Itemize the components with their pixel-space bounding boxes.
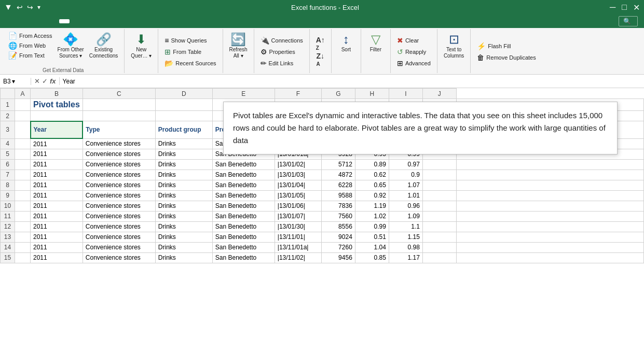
cell[interactable]: 7836 [321,201,355,211]
btn-from-web[interactable]: 🌐 From Web [6,41,54,50]
row-header[interactable]: 12 [1,221,15,232]
btn-remove-duplicates[interactable]: 🗑 Remove Duplicates [475,53,538,62]
cell[interactable]: Drinks [155,252,212,263]
insert-function-icon[interactable]: fx [50,77,56,85]
cell[interactable]: 0.97 [389,159,422,170]
col-header-b[interactable]: B [31,89,83,99]
cell[interactable] [422,170,456,180]
cell[interactable] [422,232,456,242]
cell[interactable] [15,138,31,149]
cell[interactable]: 0.9 [389,170,422,180]
cell[interactable]: 1.02 [355,211,389,221]
row-header[interactable]: 6 [1,159,15,170]
cell[interactable]: |13/01/03| [275,170,321,180]
cell[interactable] [456,221,643,232]
cell[interactable] [456,232,643,242]
btn-from-text[interactable]: 📝 From Text [6,51,54,60]
undo-icon[interactable]: ↩ [17,3,23,11]
col-header-f[interactable]: F [275,89,321,99]
cell[interactable]: Drinks [155,159,212,170]
cell[interactable]: 9024 [321,232,355,242]
cell[interactable]: 2011 [31,201,83,211]
cell[interactable]: Convenience stores [83,242,155,252]
btn-filter[interactable]: ▽ Filter [365,31,386,54]
cell[interactable]: |13/01/05| [275,190,321,201]
cell[interactable] [456,252,643,263]
cell[interactable]: 9456 [321,252,355,263]
cell[interactable] [422,221,456,232]
col-header-a[interactable]: A [15,89,31,99]
cell[interactable]: 2011 [31,242,83,252]
cell[interactable]: Convenience stores [83,180,155,190]
cell[interactable] [15,159,31,170]
cell[interactable]: 6228 [321,180,355,190]
menu-review[interactable] [71,19,81,23]
row-header[interactable]: 1 [1,99,15,111]
cell[interactable]: 2011 [31,252,83,263]
cell[interactable]: Product group [155,121,212,139]
btn-existing-connections[interactable]: 🔗 ExistingConnections [87,31,120,60]
cell[interactable]: 5712 [321,159,355,170]
cell[interactable]: Drinks [155,221,212,232]
redo-icon[interactable]: ↪ [27,3,33,11]
cell[interactable]: Convenience stores [83,190,155,201]
quick-access-toolbar[interactable]: ▼ ↩ ↪ ▾ [4,3,40,12]
cell[interactable]: San Benedetto [212,242,275,252]
cell[interactable]: San Benedetto [212,170,275,180]
cancel-formula-icon[interactable]: ✕ [34,77,40,85]
btn-from-table[interactable]: ⊞ From Table [162,47,203,57]
cell[interactable]: Pivot tables [31,99,83,111]
cell[interactable]: San Benedetto [212,190,275,201]
cell[interactable]: 2011 [31,190,83,201]
cell[interactable] [15,170,31,180]
cell[interactable]: 0.96 [389,201,422,211]
row-header[interactable]: 15 [1,252,15,263]
cell[interactable]: Convenience stores [83,149,155,159]
cell[interactable] [15,121,31,139]
cell[interactable]: 2011 [31,149,83,159]
cell[interactable]: 2011 [31,211,83,221]
cell[interactable] [456,242,643,252]
cell[interactable]: 0.51 [355,232,389,242]
cell[interactable] [15,211,31,221]
cell[interactable] [155,99,212,111]
col-header-g[interactable]: G [321,89,355,99]
close-icon[interactable]: ✕ [633,3,640,12]
cell[interactable] [422,190,456,201]
cell[interactable] [456,180,643,190]
cell[interactable] [456,170,643,180]
cell[interactable] [15,232,31,242]
cell[interactable]: 7560 [321,211,355,221]
cell[interactable]: 2011 [31,159,83,170]
cell[interactable] [15,201,31,211]
cell[interactable]: 1.07 [389,180,422,190]
cell[interactable]: Drinks [155,138,212,149]
btn-edit-links[interactable]: ✏ Edit Links [258,59,296,68]
cell[interactable]: Drinks [155,232,212,242]
menu-file[interactable] [2,19,12,23]
cell[interactable]: 2011 [31,221,83,232]
cell[interactable]: Drinks [155,149,212,159]
menu-developer[interactable] [93,19,104,23]
cell[interactable]: Convenience stores [83,138,155,149]
cell[interactable] [83,99,155,111]
cell[interactable]: Convenience stores [83,211,155,221]
btn-from-access[interactable]: 📄 From Access [6,31,54,40]
btn-text-to-columns[interactable]: ⊡ Text toColumns [442,31,466,60]
cell[interactable]: 2011 [31,232,83,242]
cell[interactable]: 0.98 [389,242,422,252]
cell-ref-dropdown-icon[interactable]: ▾ [12,78,15,85]
cell[interactable]: 0.99 [355,221,389,232]
cell[interactable] [15,190,31,201]
cell[interactable]: Convenience stores [83,252,155,263]
cell[interactable]: |13/11/01| [275,232,321,242]
cell[interactable]: Convenience stores [83,232,155,242]
menu-formulas[interactable] [48,19,58,23]
btn-sort-az[interactable]: A↑Z [314,36,327,51]
cell[interactable]: 1.09 [389,211,422,221]
cell[interactable]: San Benedetto [212,159,275,170]
cell[interactable]: 8556 [321,221,355,232]
cell[interactable]: 1.04 [355,242,389,252]
row-header[interactable]: 7 [1,170,15,180]
row-header[interactable]: 9 [1,190,15,201]
